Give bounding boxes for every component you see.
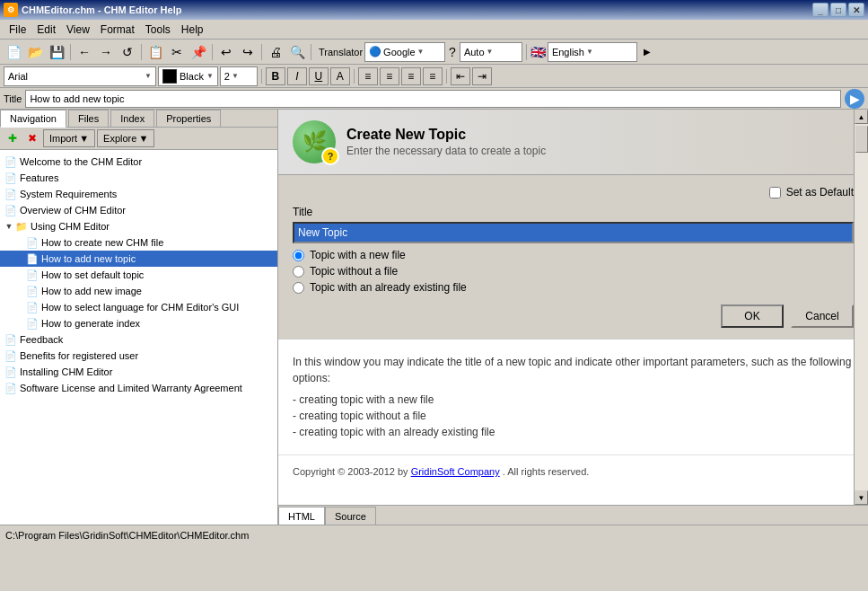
tree-item-add-topic[interactable]: 📄 How to add new topic xyxy=(0,251,277,267)
tab-source[interactable]: Source xyxy=(325,507,376,525)
align-right-button[interactable]: ≡ xyxy=(401,67,421,85)
highlight-button[interactable]: A xyxy=(330,67,350,85)
nav-add-button[interactable]: ✚ xyxy=(4,129,22,147)
scroll-thumb[interactable] xyxy=(855,126,868,153)
back-button[interactable]: ← xyxy=(75,42,94,62)
close-button[interactable]: ✕ xyxy=(848,3,864,17)
tree-item-overview[interactable]: 📄 Overview of CHM Editor xyxy=(0,202,277,218)
source-lang-dropdown[interactable]: Auto ▼ xyxy=(460,42,522,62)
italic-button[interactable]: I xyxy=(287,67,307,85)
company-link[interactable]: GridinSoft Company xyxy=(411,466,500,477)
font-size-dropdown[interactable]: 2 ▼ xyxy=(220,66,258,86)
save-button[interactable]: 💾 xyxy=(47,42,66,62)
rights-text: . All rights reserved. xyxy=(503,466,590,477)
target-lang-value: English xyxy=(552,47,584,57)
title-field-row: Title xyxy=(293,206,854,243)
paste-button[interactable]: 📌 xyxy=(189,42,208,62)
doc-title-go-button[interactable]: ▶ xyxy=(845,89,864,109)
tree-item-benefits[interactable]: 📄 Benefits for registered user xyxy=(0,348,277,364)
tree-item-label: Benefits for registered user xyxy=(20,350,138,361)
copy-button[interactable]: 📋 xyxy=(145,42,165,62)
tree-item-using[interactable]: ▼ 📁 Using CHM Editor xyxy=(0,218,277,234)
radio-no-file[interactable] xyxy=(293,266,304,278)
toolbar-sep3 xyxy=(212,44,213,60)
menu-view[interactable]: View xyxy=(61,22,95,38)
tree-item-features[interactable]: 📄 Features xyxy=(0,170,277,186)
font-color-selector[interactable]: Black ▼ xyxy=(158,66,218,86)
radio-row-3: Topic with an already existing file xyxy=(293,281,854,294)
translate-button[interactable]: ▶ xyxy=(639,42,655,62)
tab-index[interactable]: Index xyxy=(110,110,154,127)
translator-engine-icon: 🔵 xyxy=(369,46,381,57)
tree-item-gen-index[interactable]: 📄 How to generate index xyxy=(0,315,277,331)
align-center-button[interactable]: ≡ xyxy=(380,67,399,85)
tree-item-add-image[interactable]: 📄 How to add new image xyxy=(0,283,277,299)
tree-item-feedback[interactable]: 📄 Feedback xyxy=(0,331,277,348)
target-lang-dropdown[interactable]: English ▼ xyxy=(548,42,637,62)
tab-html[interactable]: HTML xyxy=(278,507,325,525)
format-sep1 xyxy=(261,69,262,84)
menu-edit[interactable]: Edit xyxy=(31,22,61,38)
set-as-default-checkbox[interactable] xyxy=(769,187,781,198)
explore-label: Explore xyxy=(103,133,136,144)
doc-title-input[interactable] xyxy=(25,90,841,108)
undo-button[interactable]: ↩ xyxy=(216,42,236,62)
radio-existing-file[interactable] xyxy=(293,282,304,294)
explore-button[interactable]: Explore ▼ xyxy=(97,129,154,147)
title-input[interactable] xyxy=(293,222,854,243)
tree-item-sysreq[interactable]: 📄 System Requirements xyxy=(0,186,277,202)
align-left-button[interactable]: ≡ xyxy=(358,67,378,85)
menu-help[interactable]: Help xyxy=(176,22,209,38)
tree-item-welcome[interactable]: 📄 Welcome to the CHM Editor xyxy=(0,154,277,170)
tree-item-create-chm[interactable]: 📄 How to create new CHM file xyxy=(0,234,277,251)
tab-navigation[interactable]: Navigation xyxy=(0,110,66,128)
toolbar-sep4 xyxy=(261,44,262,60)
align-justify-button[interactable]: ≡ xyxy=(423,67,443,85)
translator-engine-dropdown[interactable]: 🔵 Google ▼ xyxy=(364,42,445,62)
print-button[interactable]: 🖨 xyxy=(266,42,285,62)
translator-engine-value: Google xyxy=(383,47,415,57)
scroll-down-button[interactable]: ▼ xyxy=(855,490,868,505)
font-family-value: Arial xyxy=(8,71,143,82)
radio-group: Topic with a new file Topic without a fi… xyxy=(293,249,854,294)
open-button[interactable]: 📂 xyxy=(25,42,45,62)
nav-delete-button[interactable]: ✖ xyxy=(23,129,41,147)
tree-item-select-lang[interactable]: 📄 How to select language for CHM Editor'… xyxy=(0,299,277,315)
format-sep2 xyxy=(354,69,355,84)
tree-item-default-topic[interactable]: 📄 How to set default topic xyxy=(0,267,277,283)
dialog-header: 🌿 ? Create New Topic Enter the necessary… xyxy=(278,110,868,175)
cut-button[interactable]: ✂ xyxy=(167,42,187,62)
tree-item-label: Installing CHM Editor xyxy=(20,366,112,377)
scroll-track[interactable] xyxy=(855,124,868,490)
ok-button[interactable]: OK xyxy=(721,304,784,328)
indent-increase-button[interactable]: ⇥ xyxy=(472,67,492,85)
radio-no-file-label: Topic without a file xyxy=(310,265,398,278)
bold-button[interactable]: B xyxy=(266,67,285,85)
import-button[interactable]: Import ▼ xyxy=(43,129,95,147)
indent-decrease-button[interactable]: ⇤ xyxy=(451,67,470,85)
search-button[interactable]: 🔍 xyxy=(287,42,307,62)
new-button[interactable]: 📄 xyxy=(4,42,23,62)
cancel-button[interactable]: Cancel xyxy=(791,304,854,328)
font-family-dropdown[interactable]: Arial ▼ xyxy=(4,66,156,86)
tree-item-installing[interactable]: 📄 Installing CHM Editor xyxy=(0,364,277,380)
doc-icon: 📄 xyxy=(4,332,18,347)
maximize-button[interactable]: □ xyxy=(830,3,846,17)
window-controls[interactable]: _ □ ✕ xyxy=(812,3,864,17)
tree-item-license[interactable]: 📄 Software License and Limited Warranty … xyxy=(0,380,277,396)
menu-file[interactable]: File xyxy=(4,22,31,38)
underline-button[interactable]: U xyxy=(309,67,329,85)
redo-button[interactable]: ↪ xyxy=(238,42,258,62)
dialog-buttons: OK Cancel xyxy=(293,304,854,328)
tab-files[interactable]: Files xyxy=(68,110,109,127)
minimize-button[interactable]: _ xyxy=(812,3,829,17)
refresh-button[interactable]: ↺ xyxy=(118,42,137,62)
menu-format[interactable]: Format xyxy=(95,22,140,38)
scroll-up-button[interactable]: ▲ xyxy=(855,110,868,124)
tab-properties[interactable]: Properties xyxy=(156,110,221,127)
radio-new-file[interactable] xyxy=(293,250,304,261)
menu-tools[interactable]: Tools xyxy=(140,22,176,38)
forward-button[interactable]: → xyxy=(96,42,116,62)
vertical-scrollbar[interactable]: ▲ ▼ xyxy=(854,110,868,505)
radio-row-2: Topic without a file xyxy=(293,265,854,278)
